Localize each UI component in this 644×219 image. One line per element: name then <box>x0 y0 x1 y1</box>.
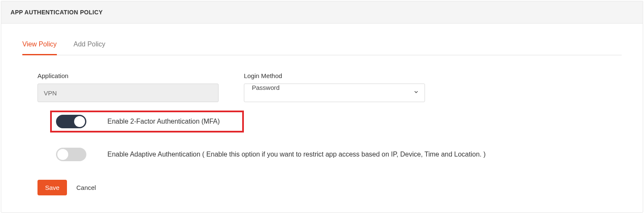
application-group: Application <box>37 72 219 102</box>
login-method-label: Login Method <box>244 72 425 79</box>
cancel-link[interactable]: Cancel <box>76 184 96 191</box>
tab-view-policy[interactable]: View Policy <box>22 36 57 55</box>
card-header: APP AUTHENTICATION POLICY <box>1 1 643 24</box>
card-title: APP AUTHENTICATION POLICY <box>11 9 103 16</box>
application-label: Application <box>37 72 219 79</box>
adaptive-toggle-label: Enable Adaptive Authentication ( Enable … <box>107 151 486 158</box>
tab-label: View Policy <box>22 41 57 48</box>
toggle-knob <box>57 149 68 160</box>
tabs: View Policy Add Policy <box>22 36 622 55</box>
adaptive-toggle[interactable] <box>56 148 86 161</box>
card-body: View Policy Add Policy Application Login… <box>1 24 643 212</box>
tab-label: Add Policy <box>74 41 106 48</box>
save-button[interactable]: Save <box>37 180 67 195</box>
login-method-group: Login Method Password <box>244 72 425 102</box>
mfa-toggle[interactable] <box>56 115 86 128</box>
adaptive-toggle-row: Enable Adaptive Authentication ( Enable … <box>52 148 622 161</box>
actions-row: Save Cancel <box>22 180 622 195</box>
toggle-knob <box>74 116 85 127</box>
login-method-select-wrap: Password <box>244 84 425 102</box>
mfa-toggle-row: Enable 2-Factor Authentication (MFA) <box>50 111 244 132</box>
login-method-select[interactable]: Password <box>244 84 425 102</box>
policy-card: APP AUTHENTICATION POLICY View Policy Ad… <box>1 1 643 213</box>
form-row: Application Login Method Password <box>22 72 622 102</box>
tab-add-policy[interactable]: Add Policy <box>74 36 106 55</box>
application-input[interactable] <box>37 84 219 102</box>
select-value: Password <box>252 84 280 91</box>
mfa-toggle-label: Enable 2-Factor Authentication (MFA) <box>107 118 220 125</box>
